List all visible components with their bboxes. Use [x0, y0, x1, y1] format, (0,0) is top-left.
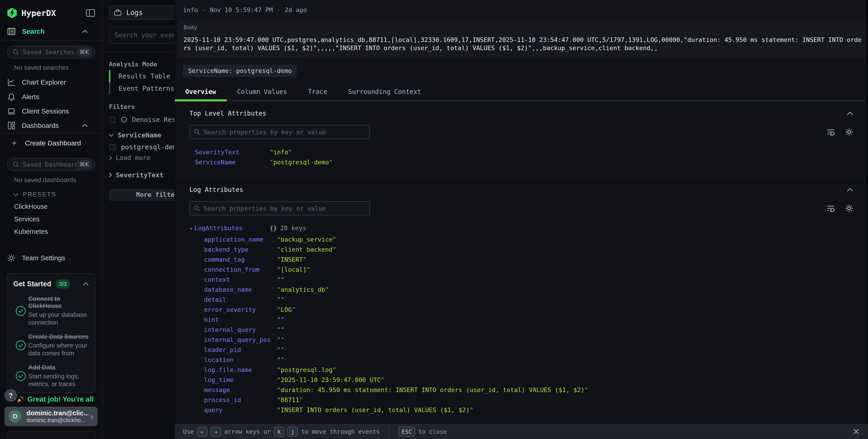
get-started-step-datasources[interactable]: Create Data Sources Configure where your… [13, 333, 89, 357]
j-key[interactable]: j [287, 427, 298, 437]
attribute-row[interactable]: location [189, 356, 854, 366]
attribute-row[interactable]: internal_query [189, 326, 854, 336]
attribute-row[interactable]: log_time2025-11-10 23:59:47.000 UTC [189, 376, 854, 386]
attribute-value[interactable]: client backend [277, 246, 336, 253]
attribute-key[interactable]: hint [204, 316, 219, 323]
property-search-box[interactable] [189, 201, 370, 215]
tab-column-values[interactable]: Column Values [226, 85, 298, 100]
event-search-input[interactable] [115, 31, 175, 39]
attribute-key[interactable]: ServiceName [195, 159, 236, 166]
attribute-value[interactable]: INSERT INTO orders (user_id, total) VALU… [277, 406, 473, 413]
attribute-key[interactable]: internal_query_pos [204, 336, 271, 343]
attribute-value[interactable]: 2025-11-10 23:59:47.000 UTC [277, 376, 384, 383]
scrollbar[interactable] [865, 0, 868, 424]
preset-clickhouse[interactable]: ClickHouse [0, 200, 102, 213]
attribute-key[interactable]: log_time [204, 376, 234, 383]
attribute-value[interactable] [277, 276, 284, 283]
checkbox[interactable] [110, 144, 116, 150]
attribute-row[interactable]: queryINSERT INTO orders (user_id, total)… [189, 406, 854, 416]
attribute-row[interactable]: messageduration: 45.950 ms statement: IN… [189, 386, 854, 396]
attribute-value[interactable]: duration: 45.950 ms statement: INSERT IN… [277, 386, 588, 394]
attribute-key[interactable]: location [204, 356, 234, 363]
chevron-up-icon[interactable] [83, 282, 89, 286]
left-arrow-key[interactable]: ← [197, 427, 208, 437]
property-search-box[interactable] [189, 125, 370, 139]
attribute-row[interactable]: database_nameanalytics_db [189, 286, 854, 296]
saved-dashboards-input[interactable]: Saved Dashboards ⌘K [7, 158, 95, 171]
create-dashboard-button[interactable]: + Create Dashboard [0, 133, 102, 153]
attribute-key[interactable]: process_id [204, 396, 241, 403]
attribute-key[interactable]: error_severity [204, 306, 256, 313]
attribute-key[interactable]: database_name [204, 286, 252, 293]
attribute-key[interactable]: connection_from [204, 266, 259, 273]
attribute-value[interactable]: [local] [277, 266, 310, 273]
attribute-key[interactable]: application_name [204, 236, 263, 243]
service-name-tag[interactable]: ServiceName: postgresql-demo [183, 64, 297, 77]
chevron-up-icon[interactable] [846, 188, 854, 192]
mode-event-patterns[interactable]: Event Patterns [109, 82, 175, 95]
attribute-key[interactable]: context [204, 276, 230, 283]
wrap-lines-icon[interactable] [827, 205, 835, 212]
attribute-value[interactable]: analytics_db [277, 286, 329, 293]
preset-kubernetes[interactable]: Kubernetes [0, 225, 102, 238]
filter-option-postgresql-demo[interactable]: postgresql-demo [102, 141, 175, 153]
chevron-up-icon[interactable] [846, 112, 854, 116]
sidebar-item-alerts[interactable]: Alerts [0, 90, 102, 104]
saved-searches-input[interactable]: Saved Searches ⌘K [7, 45, 95, 59]
attribute-value[interactable]: INSERT [277, 256, 307, 263]
attribute-key[interactable]: backend_type [204, 246, 248, 253]
attribute-row[interactable]: log.file.namepostgresql.log [189, 366, 854, 376]
help-button[interactable]: ? [5, 389, 17, 402]
sidebar-item-dashboards[interactable]: Dashboards [0, 118, 102, 133]
sidebar-item-search[interactable]: Search [0, 24, 102, 40]
sidebar-item-team-settings[interactable]: Team Settings [0, 251, 102, 265]
chevron-up-icon[interactable] [80, 124, 89, 128]
attribute-value[interactable]: info [270, 149, 292, 156]
filter-group-servicename[interactable]: ServiceName [102, 127, 175, 141]
attribute-value[interactable] [277, 346, 284, 353]
user-menu[interactable]: D dominic.tran@clic... dominic.tran@clic… [5, 407, 98, 426]
attribute-row[interactable]: leader_pid [189, 346, 854, 356]
attribute-row[interactable]: context [189, 276, 854, 286]
chevron-up-icon[interactable] [80, 29, 89, 33]
tab-trace[interactable]: Trace [298, 85, 338, 100]
attribute-key[interactable]: query [204, 406, 222, 413]
get-started-step-adddata[interactable]: Add Data Start sending logs, metrics, or… [13, 364, 89, 388]
gear-icon[interactable] [845, 128, 854, 136]
filter-group-severitytext[interactable]: SeverityText [102, 164, 175, 181]
attribute-value[interactable]: backup_service [277, 236, 336, 243]
attribute-row[interactable]: connection_from[local] [189, 266, 854, 276]
attribute-value[interactable]: 88711 [277, 396, 303, 403]
attribute-key[interactable]: message [204, 386, 230, 394]
mode-results-table[interactable]: Results Table [109, 70, 175, 82]
checkbox[interactable] [110, 117, 116, 123]
sidebar-item-client-sessions[interactable]: Client Sessions [0, 104, 102, 118]
attribute-row[interactable]: hint [189, 316, 854, 326]
get-started-step-connect[interactable]: Connect to ClickHouse Set up your databa… [13, 295, 89, 326]
attribute-key[interactable]: internal_query [204, 326, 256, 333]
property-search-input[interactable] [204, 129, 365, 136]
attribute-value[interactable] [277, 296, 284, 303]
attribute-row[interactable]: SeverityText info [189, 149, 854, 159]
attribute-key[interactable]: detail [204, 296, 226, 303]
event-search-box[interactable] [109, 26, 175, 44]
tree-root-row[interactable]: ▾ LogAttributes {}28 keys [189, 224, 854, 236]
gear-icon[interactable] [845, 204, 854, 213]
wrap-lines-icon[interactable] [827, 128, 835, 136]
attribute-key[interactable]: LogAttributes [194, 224, 243, 231]
attribute-key[interactable]: SeverityText [195, 149, 239, 156]
tab-overview[interactable]: Overview [175, 85, 226, 100]
attribute-value[interactable]: postgresql.log [277, 366, 336, 373]
caret-down-icon[interactable]: ▾ [190, 226, 193, 231]
attribute-key[interactable]: log.file.name [204, 366, 252, 373]
attribute-row[interactable]: process_id88711 [189, 396, 854, 406]
attribute-row[interactable]: error_severityLOG [189, 306, 854, 316]
close-icon[interactable]: ✕ [852, 427, 860, 437]
attribute-value[interactable] [277, 356, 284, 363]
attribute-row[interactable]: backend_typeclient backend [189, 246, 854, 256]
preset-services[interactable]: Services [0, 213, 102, 225]
attribute-value[interactable]: LOG [277, 306, 296, 313]
attribute-row[interactable]: ServiceName postgresql-demo [189, 159, 854, 169]
sidebar-item-chart-explorer[interactable]: Chart Explorer [0, 75, 102, 90]
attribute-key[interactable]: leader_pid [204, 346, 241, 353]
